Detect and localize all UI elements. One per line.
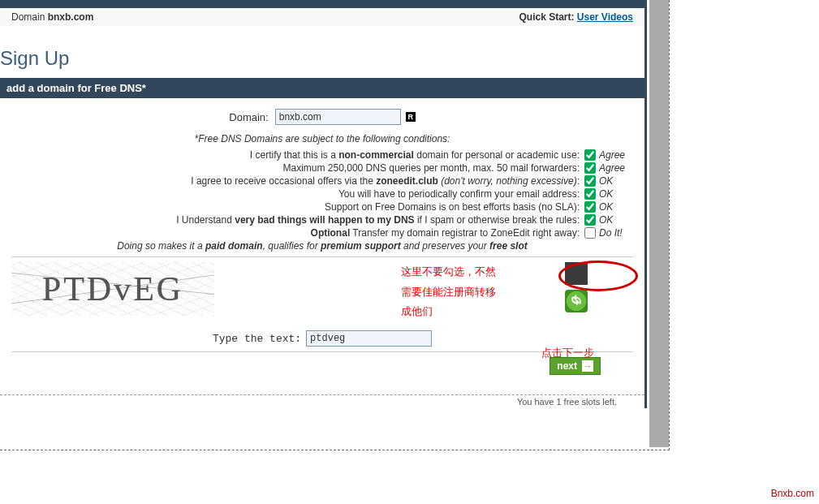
condition-row: I agree to receive occasional offers via… bbox=[11, 175, 633, 187]
condition-checkbox-2[interactable] bbox=[584, 175, 596, 187]
condition-text: I certify that this is a non-commercial … bbox=[250, 149, 584, 161]
breadcrumb-prefix: Domain bbox=[11, 11, 48, 23]
footer: You have 1 free slots left. bbox=[0, 394, 644, 408]
next-area: 点击下一步 next → bbox=[11, 357, 633, 375]
captcha-entry-row: Type the text: bbox=[11, 330, 633, 347]
condition-checkbox-4[interactable] bbox=[584, 201, 596, 213]
condition-ack: OK bbox=[599, 214, 613, 226]
captcha-input[interactable] bbox=[306, 330, 432, 347]
breadcrumb: Domain bnxb.com bbox=[11, 11, 93, 23]
condition-text: Maximum 250,000 DNS queries per month, m… bbox=[283, 162, 584, 174]
divider bbox=[11, 351, 633, 352]
annotation-warning: 这里不要勾选，不然 需要佳能注册商转移 成他们 bbox=[401, 262, 496, 322]
condition-text: I agree to receive occasional offers via… bbox=[191, 175, 584, 187]
condition-checkbox-5[interactable] bbox=[584, 214, 596, 226]
section-bar: add a domain for Free DNS* bbox=[0, 78, 644, 98]
slots-remaining: You have 1 free slots left. bbox=[11, 397, 617, 407]
quickstart: Quick Start: User Videos bbox=[519, 11, 633, 23]
condition-text: You will have to periodically confirm yo… bbox=[338, 188, 584, 200]
condition-row: I certify that this is a non-commercial … bbox=[11, 149, 633, 161]
subheader: Domain bnxb.com Quick Start: User Videos bbox=[0, 8, 644, 26]
conditions-heading: *Free DNS Domains are subject to the fol… bbox=[11, 133, 633, 144]
condition-text: Support on Free Domains is on best effor… bbox=[325, 201, 584, 213]
condition-ack: OK bbox=[599, 188, 613, 200]
form-area: Domain: R *Free DNS Domains are subject … bbox=[0, 98, 644, 380]
condition-ack: OK bbox=[599, 175, 613, 187]
condition-ack: OK bbox=[599, 201, 613, 213]
condition-row: I Understand very bad things will happen… bbox=[11, 214, 633, 226]
arrow-right-icon: → bbox=[582, 360, 593, 372]
condition-text: I Understand very bad things will happen… bbox=[176, 214, 584, 226]
condition-ack: Do It! bbox=[599, 227, 623, 239]
condition-ack: Agree bbox=[599, 162, 625, 174]
domain-row: Domain: R bbox=[11, 109, 633, 125]
condition-checkbox-0[interactable] bbox=[584, 149, 596, 161]
user-videos-link[interactable]: User Videos bbox=[577, 11, 633, 23]
captcha-image: PTDvEG bbox=[11, 262, 214, 316]
condition-row: You will have to periodically confirm yo… bbox=[11, 188, 633, 200]
captcha-entry-label: Type the text: bbox=[213, 333, 301, 345]
condition-checkbox-1[interactable] bbox=[584, 162, 596, 174]
watermark: Bnxb.com bbox=[771, 488, 814, 499]
condition-checkbox-6[interactable] bbox=[584, 227, 596, 239]
next-button-label: next bbox=[557, 360, 577, 372]
app-window: Domain bnxb.com Quick Start: User Videos… bbox=[0, 0, 647, 408]
domain-label: Domain: bbox=[229, 111, 274, 123]
top-strip bbox=[0, 0, 644, 8]
captcha-refresh-icon[interactable] bbox=[565, 290, 588, 312]
condition-checkbox-3[interactable] bbox=[584, 188, 596, 200]
divider bbox=[11, 256, 633, 257]
condition-row: Support on Free Domains is on best effor… bbox=[11, 201, 633, 213]
condition-ack: Agree bbox=[599, 149, 625, 161]
condition-text: Optional Transfer my domain registrar to… bbox=[311, 227, 584, 239]
registered-badge-icon: R bbox=[406, 112, 416, 122]
condition-row-optional: Optional Transfer my domain registrar to… bbox=[11, 227, 633, 239]
quickstart-label: Quick Start: bbox=[519, 11, 576, 23]
page-title: Sign Up bbox=[0, 47, 644, 70]
captcha-audio-icon[interactable] bbox=[565, 262, 588, 285]
captcha-region: PTDvEG 这里不要勾选，不然 需要佳能注册商转移 成他们 bbox=[11, 262, 633, 322]
optional-note: Doing so makes it a paid domain, qualifi… bbox=[11, 240, 633, 252]
domain-input[interactable] bbox=[275, 109, 401, 125]
annotation-next-hint: 点击下一步 bbox=[541, 346, 594, 360]
condition-row: Maximum 250,000 DNS queries per month, m… bbox=[11, 162, 633, 174]
breadcrumb-domain: bnxb.com bbox=[48, 11, 94, 23]
